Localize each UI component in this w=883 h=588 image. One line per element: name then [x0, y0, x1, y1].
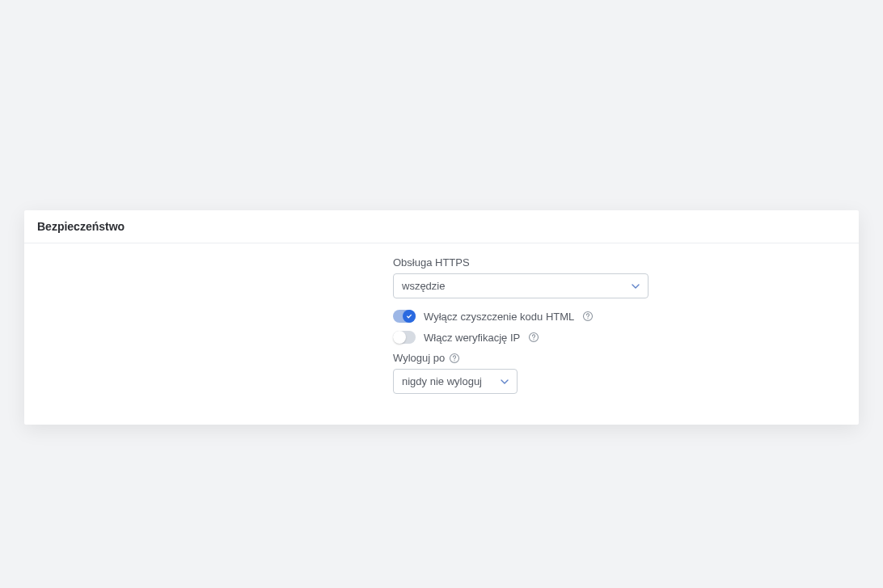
toggle-knob [393, 331, 406, 344]
https-select-wrap: wszędzie [393, 273, 649, 298]
svg-point-3 [534, 339, 534, 340]
disable-html-clean-label: Wyłącz czyszczenie kodu HTML [424, 311, 574, 323]
https-label: Obsługa HTTPS [393, 256, 846, 269]
https-select[interactable]: wszędzie [393, 273, 649, 298]
help-icon[interactable] [528, 332, 539, 343]
svg-point-1 [588, 318, 589, 319]
logout-label-row: Wyloguj po [393, 352, 846, 364]
panel-body: Obsługa HTTPS wszędzie Wyłącz czyszczeni… [24, 243, 859, 425]
disable-html-clean-toggle[interactable] [393, 310, 416, 323]
svg-point-5 [454, 360, 455, 361]
ip-verification-label: Włącz weryfikację IP [424, 332, 520, 344]
logout-select[interactable]: nigdy nie wyloguj [393, 369, 518, 394]
ip-verification-toggle[interactable] [393, 331, 416, 344]
ip-verification-row: Włącz weryfikację IP [393, 331, 846, 344]
disable-html-clean-row: Wyłącz czyszczenie kodu HTML [393, 310, 846, 323]
security-panel: Bezpieczeństwo Obsługa HTTPS wszędzie [24, 210, 859, 425]
chevron-down-icon [632, 284, 640, 289]
chevron-down-icon [501, 379, 509, 384]
panel-title: Bezpieczeństwo [37, 220, 846, 233]
panel-header: Bezpieczeństwo [24, 210, 859, 243]
toggle-knob [403, 310, 416, 323]
help-icon[interactable] [449, 353, 460, 364]
right-column: Obsługa HTTPS wszędzie Wyłącz czyszczeni… [393, 256, 846, 405]
logout-select-value: nigdy nie wyloguj [402, 375, 482, 387]
help-icon[interactable] [582, 311, 594, 322]
logout-block: Wyloguj po nigdy nie wyloguj [393, 352, 846, 394]
https-select-value: wszędzie [402, 280, 445, 292]
left-column [37, 256, 393, 405]
logout-select-wrap: nigdy nie wyloguj [393, 369, 518, 394]
logout-label: Wyloguj po [393, 352, 445, 364]
